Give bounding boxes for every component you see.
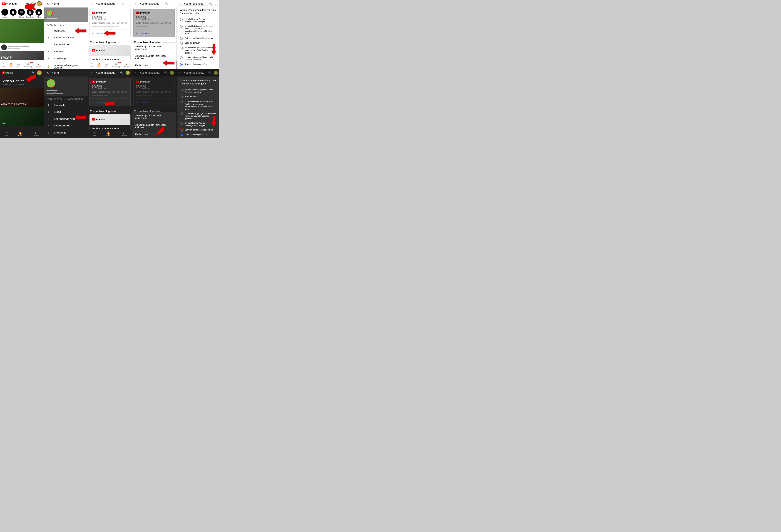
menu-item[interactable]: ⎘Abmelden	[44, 48, 88, 55]
more-icon[interactable]: ⋮	[170, 2, 174, 6]
back-icon[interactable]: ←	[90, 71, 94, 75]
search-icon[interactable]: 🔍	[31, 71, 35, 75]
popup-item[interactable]: Abrechnungsinformationen aktualisieren	[132, 112, 176, 122]
nav-abos[interactable]: ▭Abos	[105, 62, 109, 68]
manage-button[interactable]: VERWALTEN	[92, 101, 128, 103]
radio-option[interactable]: Ich habe nicht genügend interessante Vid…	[180, 111, 216, 121]
avatar[interactable]	[47, 10, 53, 16]
radio-icon[interactable]	[180, 56, 183, 59]
video-thumb[interactable]: APES**T - THE CARTERS	[0, 88, 44, 106]
nav-bibliothek[interactable]: ♪Bibliothek	[121, 131, 127, 136]
back-icon[interactable]: ←	[134, 2, 138, 6]
popup-item[interactable]: Abo beenden	[132, 62, 176, 69]
radio-icon[interactable]	[180, 89, 183, 91]
cast-icon[interactable]: 📹	[26, 2, 29, 6]
ytmusic-logo[interactable]: Music	[2, 71, 13, 74]
nav-hotlist[interactable]: 🔥Hotlist	[107, 131, 110, 137]
search-icon[interactable]: 🔍	[165, 2, 168, 6]
radio-option[interactable]: Es ist mir zu teuer	[180, 94, 216, 99]
video-thumb[interactable]: Zedd...	[0, 107, 44, 126]
radio-option[interactable]: Ich möchte mein Abo nur vorübergehend kü…	[180, 17, 216, 24]
close-icon[interactable]: ✕	[46, 2, 50, 6]
nav-trends[interactable]: 🔥Trends	[97, 62, 101, 68]
radio-icon[interactable]	[180, 42, 183, 45]
radio-option[interactable]: Es treten technische Probleme auf	[180, 128, 216, 133]
radio-icon[interactable]	[180, 63, 183, 66]
back-icon[interactable]: ←	[90, 2, 94, 6]
popup-item[interactable]: Abo beenden	[132, 131, 176, 138]
nav-hotlist[interactable]: 🔥Hotlist	[18, 131, 22, 137]
nav-start[interactable]: ⌂Start	[5, 131, 8, 136]
radio-option[interactable]: Es treten technische Probleme auf	[180, 36, 216, 41]
nav-trends[interactable]: 🔥Trends	[9, 62, 13, 68]
radio-option[interactable]: Keine der Aussagen trifft zu.	[180, 62, 216, 67]
chip-nachricht...[interactable]: ▦Nachricht...	[26, 9, 34, 18]
chip-musik[interactable]: ♪Musik	[1, 9, 8, 18]
nav-start[interactable]: ⌂Start	[90, 62, 93, 68]
radio-option[interactable]: Keine der Aussagen trifft zu.	[180, 133, 216, 137]
radio-icon[interactable]	[180, 122, 183, 125]
upgrade-card[interactable]: Premium Mit dem YouTube Premium-Familien…	[89, 45, 131, 61]
radio-icon[interactable]	[180, 100, 183, 103]
search-icon[interactable]: 🔍	[31, 2, 35, 6]
avatar[interactable]	[37, 70, 42, 75]
radio-option[interactable]: Ich habe nicht genügend interessante Vid…	[180, 46, 216, 55]
radio-option[interactable]: Ich höre nicht genug Musik, um für Premi…	[180, 88, 216, 94]
nav-start[interactable]: ⌂Start	[93, 131, 96, 136]
account-header[interactable]: ▬▬▬▬▬	[44, 7, 88, 22]
radio-icon[interactable]	[180, 18, 183, 21]
radio-icon[interactable]	[180, 113, 183, 115]
menu-item[interactable]: ⚙Einstellungen	[44, 129, 88, 136]
radio-icon[interactable]	[180, 129, 183, 132]
menu-item[interactable]: ↺Verlauf	[44, 108, 88, 115]
menu-item[interactable]: ▢Mein Kanal	[44, 27, 88, 34]
account-header[interactable]: ▬▬▬▬▬ ▬▬▬▬@▬▬▬▬	[44, 77, 88, 96]
radio-icon[interactable]	[180, 25, 183, 28]
nav-posteingang[interactable]: ✉Posteingang9+	[24, 62, 32, 68]
radio-icon[interactable]	[180, 95, 183, 98]
search-icon[interactable]: 🔍	[120, 71, 124, 75]
avatar[interactable]	[37, 1, 42, 6]
chip-filme[interactable]: ▣Filme	[36, 9, 42, 18]
radio-icon[interactable]	[180, 37, 183, 40]
menu-item[interactable]: 🔒Nutzungsbedingungen & Datensc...	[44, 62, 88, 69]
nav-posteingang[interactable]: ✉Posteingang9+	[112, 62, 120, 68]
avatar[interactable]	[47, 79, 55, 88]
chip-live[interactable]: ◉Live	[10, 9, 16, 18]
nav-bibliothek[interactable]: ▸Bibliothek	[36, 62, 42, 68]
popup-item[interactable]: Ein Upgrade auf ein Familienabo ausführe…	[132, 122, 176, 131]
popup-item[interactable]: Ein Upgrade auf ein Familienabo ausführe…	[132, 52, 176, 62]
nav-abos[interactable]: ▭Abos	[17, 62, 20, 68]
close-icon[interactable]: ✕	[46, 71, 50, 75]
radio-option[interactable]: Es ist mir zu teuer	[180, 41, 216, 46]
radio-option[interactable]: Ich möchte lieber zum kostenlosen YouTub…	[180, 99, 216, 111]
menu-item[interactable]: ?Hilfe & Feedback	[44, 136, 88, 138]
video-thumb[interactable]: SPORT	[0, 51, 44, 60]
menu-item[interactable]: ⬇Downloads	[44, 102, 88, 108]
radio-icon[interactable]	[180, 134, 183, 136]
youtube-logo[interactable]: Premium	[2, 2, 16, 5]
popup-item[interactable]: Abrechnungsinformationen aktualisieren	[132, 43, 176, 52]
channel-avatar[interactable]	[1, 44, 7, 50]
radio-option[interactable]: Ich möchte lieber zum kostenlosen YouTub…	[180, 24, 216, 36]
chip-gaming[interactable]: 🎮Gaming	[18, 9, 25, 18]
radio-icon[interactable]	[180, 47, 183, 49]
search-icon[interactable]: 🔍	[121, 2, 124, 6]
manage-button[interactable]: VERWALTEN	[92, 32, 128, 35]
menu-item[interactable]: ⇄Konto wechseln	[44, 122, 88, 129]
menu-item[interactable]: ▶Kostenpflichtige Abos	[44, 115, 88, 122]
menu-item[interactable]: ⚙Einstellungen	[44, 55, 88, 62]
nav-start[interactable]: ⌂Start	[2, 62, 5, 68]
price: 11,99 €/Monat	[92, 18, 128, 20]
feed[interactable]: ▬▬▬ ▬▬ ▬▬▬▬▬▬ ▬▬▬ SPORT	[0, 19, 44, 61]
video-thumb[interactable]	[0, 19, 44, 43]
radio-option[interactable]: Ich höre nicht genug Musik, um für Premi…	[180, 55, 216, 62]
menu-item[interactable]: ⇄Konto wechseln	[44, 41, 88, 48]
radio-option[interactable]: Ich möchte mein Abo nur vorübergehend kü…	[180, 121, 216, 128]
nav-bibliothek[interactable]: ♪Bibliothek	[33, 131, 39, 136]
nav-bibliothek[interactable]: ▸Bibliothek	[124, 62, 130, 68]
menu-item[interactable]: $Kostenpflichtige Abos	[44, 34, 88, 41]
upgrade-card[interactable]: Premium Mit dem YouTube Premium-Familien…	[89, 114, 131, 130]
avatar[interactable]	[126, 71, 130, 75]
more-icon[interactable]: ⋮	[126, 2, 130, 6]
